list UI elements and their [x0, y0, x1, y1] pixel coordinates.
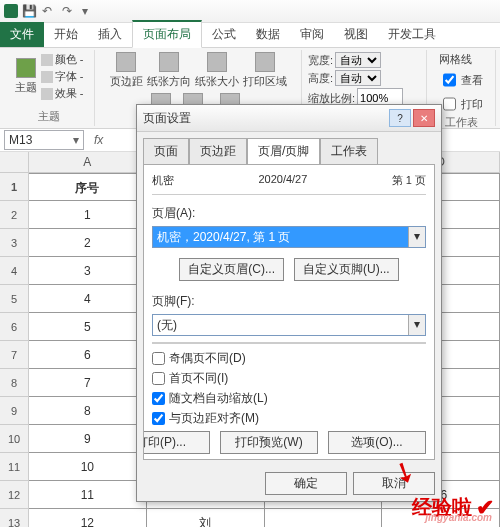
- cell[interactable]: 5: [29, 313, 147, 341]
- header-preview: 机密 2020/4/27 第 1 页: [152, 173, 426, 188]
- chk-oddeven[interactable]: 奇偶页不同(D): [152, 350, 426, 367]
- size-button[interactable]: 纸张大小: [195, 52, 239, 89]
- theme-colors[interactable]: 颜色 -: [41, 52, 84, 67]
- footer-preview: [152, 342, 426, 344]
- options-button[interactable]: 选项(O)...: [328, 431, 426, 454]
- width-label: 宽度:: [308, 53, 333, 68]
- cell[interactable]: 12: [29, 509, 147, 527]
- redo-icon[interactable]: ↷: [62, 4, 76, 18]
- col-header-a[interactable]: A: [29, 152, 147, 172]
- tab-formulas[interactable]: 公式: [202, 22, 246, 47]
- chk-align-input[interactable]: [152, 412, 165, 425]
- themes-button[interactable]: 主题: [15, 58, 37, 95]
- height-label: 高度:: [308, 71, 333, 86]
- footer-combo[interactable]: (无) ▾: [152, 314, 426, 336]
- row-header[interactable]: 5: [0, 285, 29, 313]
- save-icon[interactable]: 💾: [22, 4, 36, 18]
- dialog-title: 页面设置: [143, 110, 191, 127]
- cell[interactable]: 4: [29, 285, 147, 313]
- row-header[interactable]: 6: [0, 313, 29, 341]
- close-icon[interactable]: ✕: [413, 109, 435, 127]
- tab-view[interactable]: 视图: [334, 22, 378, 47]
- row-header[interactable]: 11: [0, 453, 29, 481]
- height-select[interactable]: 自动: [335, 70, 381, 86]
- tab-data[interactable]: 数据: [246, 22, 290, 47]
- chk-scale[interactable]: 随文档自动缩放(L): [152, 390, 426, 407]
- cell[interactable]: 序号: [29, 173, 147, 201]
- footer-label: 页脚(F):: [152, 293, 426, 310]
- print-area-button[interactable]: 打印区域: [243, 52, 287, 89]
- row-header[interactable]: 4: [0, 257, 29, 285]
- row-header[interactable]: 9: [0, 397, 29, 425]
- theme-fonts[interactable]: 字体 -: [41, 69, 84, 84]
- themes-icon: [16, 58, 36, 78]
- theme-effects[interactable]: 效果 -: [41, 86, 84, 101]
- header-label: 页眉(A):: [152, 205, 426, 222]
- cell[interactable]: 9: [29, 425, 147, 453]
- chk-firstpage-input[interactable]: [152, 372, 165, 385]
- help-icon[interactable]: ?: [389, 109, 411, 127]
- palette-icon: [41, 54, 53, 66]
- cell[interactable]: 6: [29, 341, 147, 369]
- cell[interactable]: 2: [29, 229, 147, 257]
- font-icon: [41, 71, 53, 83]
- dlg-tab-margins[interactable]: 页边距: [189, 138, 247, 164]
- printarea-icon: [255, 52, 275, 72]
- watermark: 经验啦 ✔ jingyanla.com: [412, 494, 494, 521]
- tab-home[interactable]: 开始: [44, 22, 88, 47]
- print-button[interactable]: 打印(P)...: [143, 431, 210, 454]
- gridlines-view-check[interactable]: [443, 72, 456, 88]
- size-icon: [207, 52, 227, 72]
- cell[interactable]: 刘: [147, 509, 265, 527]
- effects-icon: [41, 88, 53, 100]
- orientation-button[interactable]: 纸张方向: [147, 52, 191, 89]
- chk-oddeven-input[interactable]: [152, 352, 165, 365]
- orientation-icon: [159, 52, 179, 72]
- undo-icon[interactable]: ↶: [42, 4, 56, 18]
- dlg-tab-sheet[interactable]: 工作表: [320, 138, 378, 164]
- tab-insert[interactable]: 插入: [88, 22, 132, 47]
- cell[interactable]: [265, 509, 383, 527]
- dlg-tab-headerfooter[interactable]: 页眉/页脚: [247, 138, 320, 164]
- cell[interactable]: 7: [29, 369, 147, 397]
- row-header[interactable]: 2: [0, 201, 29, 229]
- tab-page-layout[interactable]: 页面布局: [132, 20, 202, 48]
- chk-align[interactable]: 与页边距对齐(M): [152, 410, 426, 427]
- row-header[interactable]: 12: [0, 481, 29, 509]
- ok-button[interactable]: 确定: [265, 472, 347, 495]
- row-header[interactable]: 8: [0, 369, 29, 397]
- gridlines-label: 网格线: [439, 52, 483, 67]
- row-header[interactable]: 3: [0, 229, 29, 257]
- row-header[interactable]: 7: [0, 341, 29, 369]
- qat-customize-icon[interactable]: ▾: [82, 4, 96, 18]
- custom-footer-button[interactable]: 自定义页脚(U)...: [294, 258, 399, 281]
- row-header[interactable]: 1: [0, 173, 29, 201]
- cell[interactable]: 3: [29, 257, 147, 285]
- dlg-tab-page[interactable]: 页面: [143, 138, 189, 164]
- row-header[interactable]: 10: [0, 425, 29, 453]
- chevron-down-icon[interactable]: ▾: [408, 227, 425, 247]
- tab-review[interactable]: 审阅: [290, 22, 334, 47]
- cell[interactable]: 11: [29, 481, 147, 509]
- gridlines-print-check[interactable]: [443, 96, 456, 112]
- page-setup-dialog: 页面设置 ? ✕ 页面 页边距 页眉/页脚 工作表 机密 2020/4/27 第…: [136, 104, 442, 502]
- print-preview-button[interactable]: 打印预览(W): [220, 431, 318, 454]
- select-all-corner[interactable]: [0, 152, 29, 172]
- header-combo[interactable]: 机密，2020/4/27, 第 1 页 ▾: [152, 226, 426, 248]
- tab-developer[interactable]: 开发工具: [378, 22, 446, 47]
- chevron-down-icon[interactable]: ▾: [73, 133, 79, 147]
- chevron-down-icon[interactable]: ▾: [408, 315, 425, 335]
- chk-scale-input[interactable]: [152, 392, 165, 405]
- cell[interactable]: 8: [29, 397, 147, 425]
- cell[interactable]: 10: [29, 453, 147, 481]
- excel-app-icon: [4, 4, 18, 18]
- margins-button[interactable]: 页边距: [110, 52, 143, 89]
- custom-header-button[interactable]: 自定义页眉(C)...: [179, 258, 284, 281]
- cell[interactable]: 1: [29, 201, 147, 229]
- chk-firstpage[interactable]: 首页不同(I): [152, 370, 426, 387]
- name-box[interactable]: M13▾: [4, 130, 84, 150]
- width-select[interactable]: 自动: [335, 52, 381, 68]
- file-tab[interactable]: 文件: [0, 22, 44, 47]
- row-header[interactable]: 13: [0, 509, 29, 527]
- group-label-themes: 主题: [10, 109, 88, 124]
